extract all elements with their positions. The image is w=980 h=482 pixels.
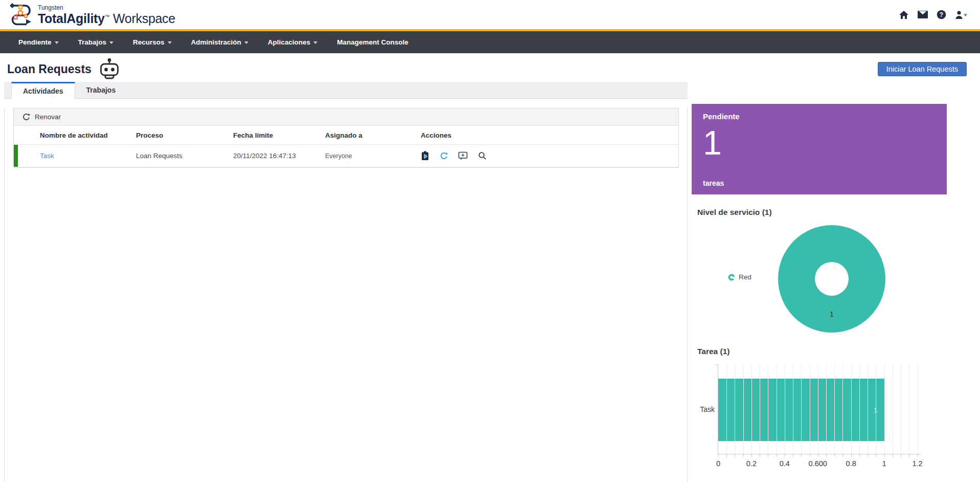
x-axis-tick bbox=[842, 454, 843, 457]
gridline bbox=[868, 364, 868, 454]
add-note-icon[interactable] bbox=[458, 151, 468, 160]
bar-chart-title: Tarea (1) bbox=[697, 347, 730, 356]
x-axis-tick-label: 0.600 bbox=[809, 459, 827, 468]
gridline bbox=[760, 364, 760, 454]
tab-actividades[interactable]: Actividades bbox=[11, 82, 75, 99]
tab-trabajos[interactable]: Trabajos bbox=[75, 82, 127, 98]
chevron-down-icon bbox=[168, 41, 172, 44]
legend-ring bbox=[729, 275, 734, 279]
gridline bbox=[743, 364, 744, 454]
x-axis-tick-label: 0.8 bbox=[846, 459, 856, 468]
messages-icon[interactable] bbox=[917, 10, 928, 19]
x-axis-tick bbox=[868, 454, 868, 457]
summary-unit: tareas bbox=[703, 179, 936, 187]
x-axis-tick bbox=[884, 454, 885, 457]
dashboard-panel: Pendiente 1 tareas Nivel de servicio (1)… bbox=[692, 104, 947, 480]
donut-hole bbox=[815, 262, 849, 296]
tab-strip: Actividades Trabajos bbox=[4, 82, 688, 99]
nav-item-administracion[interactable]: Administración bbox=[191, 38, 248, 46]
activities-tab-panel: Renovar Nombre de actividad Proceso Fech… bbox=[4, 108, 688, 482]
x-axis-tick bbox=[743, 454, 744, 457]
gridline bbox=[793, 364, 793, 454]
x-axis-tick bbox=[834, 454, 835, 457]
view-details-icon[interactable] bbox=[478, 151, 487, 160]
legend-item-red[interactable]: Red bbox=[728, 273, 751, 281]
gridline bbox=[826, 364, 827, 454]
due-date-cell: 20/11/2022 16:47:13 bbox=[233, 152, 325, 160]
help-icon[interactable]: ? bbox=[937, 10, 946, 19]
iniciar-loan-requests-button[interactable]: Iniciar Loan Requests bbox=[878, 62, 967, 76]
chevron-down-icon bbox=[109, 41, 113, 44]
refresh-icon bbox=[22, 113, 30, 121]
gridline bbox=[851, 364, 852, 454]
brand-workspace: Workspace bbox=[113, 11, 175, 26]
activity-name-link[interactable]: Task bbox=[40, 152, 136, 160]
assigned-to-cell: Everyone bbox=[325, 152, 421, 160]
brand-totalagility: TotalAgility bbox=[38, 11, 105, 26]
gridline bbox=[909, 364, 909, 454]
gridline bbox=[751, 364, 752, 454]
gridline bbox=[901, 364, 901, 454]
nav-item-aplicaciones[interactable]: Aplicaciones bbox=[268, 38, 317, 46]
col-fecha-limite[interactable]: Fecha límite bbox=[233, 132, 325, 139]
x-axis-tick bbox=[851, 454, 852, 457]
reassign-icon[interactable] bbox=[440, 152, 448, 160]
user-menu-icon[interactable] bbox=[954, 10, 968, 19]
table-header-row: Nombre de actividad Proceso Fecha límite… bbox=[14, 126, 678, 145]
gridline bbox=[801, 364, 802, 454]
bar-plot: 1 00.20.40.6000.811.2 bbox=[718, 364, 921, 454]
gridline bbox=[735, 364, 735, 454]
x-axis-tick bbox=[810, 454, 810, 457]
donut-value-label: 1 bbox=[830, 310, 834, 318]
x-axis-tick bbox=[876, 454, 876, 457]
nav-item-recursos[interactable]: Recursos bbox=[133, 38, 172, 46]
brand-trademark: ™ bbox=[105, 13, 110, 19]
x-axis-tick bbox=[901, 454, 901, 457]
x-axis-tick bbox=[751, 454, 752, 457]
x-axis-tick-label: 0.4 bbox=[780, 459, 790, 468]
gridline bbox=[876, 364, 876, 454]
nav-item-trabajos[interactable]: Trabajos bbox=[78, 38, 114, 46]
col-nombre-de-actividad[interactable]: Nombre de actividad bbox=[40, 132, 136, 139]
x-axis-tick bbox=[826, 454, 827, 457]
gridline bbox=[834, 364, 835, 454]
activities-table: Renovar Nombre de actividad Proceso Fech… bbox=[13, 108, 679, 168]
process-cell: Loan Requests bbox=[136, 152, 233, 160]
gridline bbox=[893, 364, 893, 454]
refresh-button[interactable]: Renovar bbox=[14, 108, 678, 126]
bar-category-label: Task bbox=[692, 405, 715, 413]
y-axis-tick bbox=[715, 364, 718, 365]
page-title: Loan Requests bbox=[7, 62, 92, 76]
gridline bbox=[777, 364, 777, 454]
gridline bbox=[810, 364, 810, 454]
col-asignado-a[interactable]: Asignado a bbox=[325, 132, 421, 139]
brand-logo[interactable]: Tungsten TotalAgility™ Workspace bbox=[9, 2, 175, 28]
pendiente-summary-card[interactable]: Pendiente 1 tareas bbox=[692, 104, 947, 194]
x-axis-tick-label: 1 bbox=[882, 459, 886, 468]
x-axis-tick bbox=[785, 454, 785, 457]
col-proceso[interactable]: Proceso bbox=[136, 132, 233, 139]
table-row[interactable]: Task Loan Requests 20/11/2022 16:47:13 E… bbox=[14, 145, 678, 167]
x-axis-tick-label: 0 bbox=[716, 459, 720, 468]
x-axis-tick bbox=[735, 454, 735, 457]
x-axis-tick bbox=[718, 454, 719, 457]
x-axis-tick-label: 1.2 bbox=[912, 459, 922, 468]
main-nav: Pendiente Trabajos Recursos Administraci… bbox=[0, 31, 980, 53]
home-icon[interactable] bbox=[899, 10, 909, 19]
gridline bbox=[818, 364, 818, 454]
nav-item-management-console[interactable]: Management Console bbox=[337, 38, 408, 46]
top-bar: Tungsten TotalAgility™ Workspace ? bbox=[0, 0, 980, 29]
brand-tungsten: Tungsten bbox=[38, 5, 175, 11]
summary-count: 1 bbox=[703, 126, 936, 179]
x-axis-tick-label: 0.2 bbox=[746, 459, 757, 468]
donut-chart-title: Nivel de servicio (1) bbox=[697, 208, 772, 217]
open-activity-icon[interactable] bbox=[421, 151, 429, 161]
summary-title: Pendiente bbox=[703, 112, 936, 121]
service-level-donut-chart: 1 bbox=[778, 225, 886, 335]
nav-item-pendiente[interactable]: Pendiente bbox=[18, 38, 59, 46]
gridline bbox=[884, 364, 885, 454]
x-axis-tick bbox=[818, 454, 818, 457]
gridline bbox=[768, 364, 768, 454]
x-axis-tick bbox=[793, 454, 793, 457]
x-axis-tick bbox=[777, 454, 777, 457]
